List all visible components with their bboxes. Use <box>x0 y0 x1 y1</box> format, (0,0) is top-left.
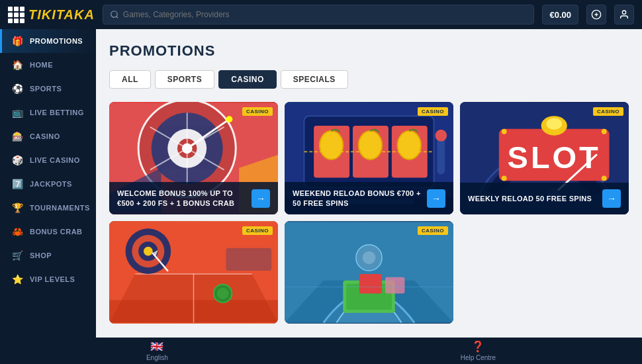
promo-footer-2: WEEKEND RELOAD BONUS €700 + 50 FREE SPIN… <box>285 182 453 214</box>
svg-rect-56 <box>226 248 272 271</box>
sidebar-item-label: TOURNAMENTS <box>30 204 90 212</box>
currency-button[interactable] <box>586 5 606 24</box>
user-button[interactable] <box>614 5 634 24</box>
search-bar[interactable] <box>103 5 535 24</box>
sports-icon: ⚽ <box>13 83 23 94</box>
sidebar-item-tournaments[interactable]: 🏆 TOURNAMENTS <box>0 196 96 220</box>
svg-point-55 <box>217 288 229 300</box>
svg-point-36 <box>546 118 562 130</box>
promo-badge-2: CASINO <box>418 107 448 116</box>
svg-point-51 <box>144 247 153 256</box>
language-selector[interactable]: 🇬🇧 English <box>146 340 168 361</box>
svg-point-38 <box>602 129 607 134</box>
help-centre-button[interactable]: ❓ Help Centre <box>461 340 496 361</box>
filter-tab-casino[interactable]: CASINO <box>218 70 277 89</box>
promo-arrow-1[interactable]: → <box>252 189 270 208</box>
promo-card-weekly[interactable]: SLOT CASINO <box>460 102 629 214</box>
darts-illustration <box>109 221 278 324</box>
flag-icon: 🇬🇧 <box>150 340 163 353</box>
shop-icon: 🛒 <box>13 250 23 261</box>
sidebar-item-label: BONUS CRAB <box>30 228 83 236</box>
promo-card-4[interactable]: CASINO <box>109 221 278 324</box>
svg-rect-61 <box>359 274 382 293</box>
svg-point-24 <box>320 131 343 159</box>
sidebar-item-label: HOME <box>30 61 53 69</box>
promo-title-1: WELCOME BONUS 100% UP TO €500 + 200 FS +… <box>117 189 252 208</box>
svg-point-37 <box>502 129 507 134</box>
sidebar-item-bonus-crab[interactable]: 🦀 BONUS CRAB <box>0 220 96 244</box>
page-title: PROMOTIONS <box>109 42 629 60</box>
svg-line-1 <box>116 17 118 19</box>
footer-bar: 🇬🇧 English ❓ Help Centre <box>0 338 642 364</box>
promo-footer-3: WEEKLY RELOAD 50 FREE SPINS → <box>460 183 629 214</box>
sidebar-item-jackpots[interactable]: 7️⃣ JACKPOTS <box>0 172 96 196</box>
sidebar-item-casino[interactable]: 🎰 CASINO <box>0 124 96 148</box>
filter-tab-all[interactable]: ALL <box>109 70 151 89</box>
jackpots-icon: 7️⃣ <box>13 179 23 189</box>
sidebar-item-label: LIVE CASINO <box>30 156 80 164</box>
currency-icon <box>591 9 602 20</box>
filter-tabs: ALL SPORTS CASINO SPECIALS <box>109 70 629 89</box>
promo-arrow-2[interactable]: → <box>427 189 445 208</box>
casino-icon: 🎰 <box>13 131 23 142</box>
filter-tab-sports[interactable]: SPORTS <box>155 70 214 89</box>
search-input[interactable] <box>123 10 527 19</box>
sidebar-item-live-betting[interactable]: 📺 LIVE BETTING <box>0 101 96 124</box>
promotions-grid: CASINO WELCOME BONUS 100% UP TO €500 + 2… <box>109 102 629 324</box>
sidebar-item-shop[interactable]: 🛒 SHOP <box>0 244 96 267</box>
bonus-crab-icon: 🦀 <box>13 226 23 237</box>
sidebar-item-label: SHOP <box>30 251 52 259</box>
sidebar-item-label: CASINO <box>30 132 60 140</box>
balance-display: €0.00 <box>542 5 578 24</box>
promo-title-3: WEEKLY RELOAD 50 FREE SPINS <box>468 194 602 203</box>
logo-text: TIKITAKA <box>28 7 95 23</box>
sidebar-item-live-casino[interactable]: 🎲 LIVE CASINO <box>0 148 96 172</box>
filter-tab-specials[interactable]: SPECIALS <box>281 70 348 89</box>
logo: TIKITAKA <box>8 7 95 23</box>
promo-card-weekend[interactable]: CASINO WEEKEND RELOAD BONUS €700 + 50 FR… <box>285 102 453 214</box>
sidebar-item-label: SPORTS <box>30 85 62 93</box>
svg-rect-62 <box>385 277 404 294</box>
sidebar: 🎁 PROMOTIONS 🏠 HOME ⚽ SPORTS 📺 LIVE BETT… <box>0 29 96 338</box>
header: TIKITAKA €0.00 <box>0 0 642 29</box>
logo-grid-icon <box>8 7 24 23</box>
promo-arrow-3[interactable]: → <box>602 189 621 208</box>
promo-title-2: WEEKEND RELOAD BONUS €700 + 50 FREE SPIN… <box>293 189 427 208</box>
sidebar-item-home[interactable]: 🏠 HOME <box>0 53 96 77</box>
main-content: PROMOTIONS ALL SPORTS CASINO SPECIALS <box>96 29 642 338</box>
sidebar-item-label: VIP LEVELS <box>30 275 75 283</box>
sidebar-item-vip-levels[interactable]: ⭐ VIP LEVELS <box>0 267 96 291</box>
promo-card-5[interactable]: CASINO <box>285 221 453 324</box>
promo-badge-5: CASINO <box>418 226 448 235</box>
svg-text:SLOT: SLOT <box>508 140 601 175</box>
sidebar-item-sports[interactable]: ⚽ SPORTS <box>0 77 96 101</box>
svg-point-25 <box>359 131 382 159</box>
live-casino-icon: 🎲 <box>13 155 23 165</box>
search-icon <box>110 10 119 19</box>
sidebar-item-label: LIVE BETTING <box>30 109 84 116</box>
sidebar-item-label: JACKPOTS <box>30 180 72 188</box>
svg-point-39 <box>502 175 507 181</box>
promo-badge-4: CASINO <box>242 226 273 235</box>
pool-illustration <box>285 221 453 324</box>
promo-image-5 <box>285 221 453 324</box>
promo-image-4 <box>109 221 278 324</box>
promotions-icon: 🎁 <box>13 36 23 46</box>
home-icon: 🏠 <box>13 60 23 70</box>
language-label: English <box>146 354 168 361</box>
svg-point-0 <box>111 11 117 17</box>
promo-badge-3: CASINO <box>593 107 623 116</box>
svg-point-5 <box>622 11 625 14</box>
svg-point-40 <box>602 175 607 181</box>
user-icon <box>619 9 629 20</box>
help-label: Help Centre <box>461 354 496 361</box>
svg-point-16 <box>226 116 233 122</box>
sidebar-item-promotions[interactable]: 🎁 PROMOTIONS <box>0 29 96 53</box>
svg-point-26 <box>398 131 421 159</box>
svg-point-65 <box>363 251 376 265</box>
sidebar-item-label: PROMOTIONS <box>30 37 83 45</box>
main-layout: 🎁 PROMOTIONS 🏠 HOME ⚽ SPORTS 📺 LIVE BETT… <box>0 29 642 338</box>
vip-icon: ⭐ <box>13 274 23 285</box>
promo-badge-1: CASINO <box>242 107 273 116</box>
promo-card-welcome[interactable]: CASINO WELCOME BONUS 100% UP TO €500 + 2… <box>109 102 278 214</box>
